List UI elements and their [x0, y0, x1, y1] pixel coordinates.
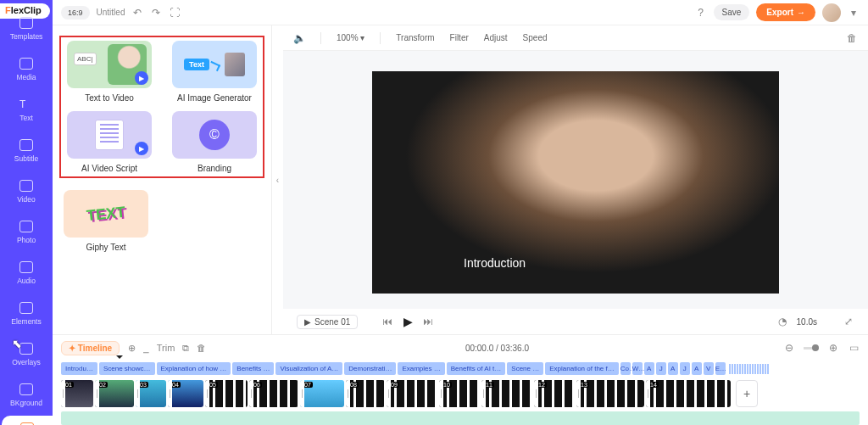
caption-clip[interactable]: Examples … — [398, 362, 444, 375]
caption-clip[interactable]: Introdu… — [61, 362, 97, 375]
timeline: ✦ Timeline ⊕ ⎯ Trim ⧉ 🗑 00:00.0 / 03:36.… — [53, 334, 868, 425]
arrow-right-icon: → — [797, 8, 805, 17]
avatar[interactable] — [822, 3, 841, 22]
panel-collapse-handle[interactable]: ‹ — [271, 25, 283, 334]
caption-clip[interactable]: Scene … — [507, 362, 543, 375]
zoom-out-icon[interactable]: ⊖ — [783, 342, 795, 354]
nav-audio[interactable]: Audio — [0, 253, 53, 294]
tool-label: AI Video Script — [81, 164, 137, 173]
redo-icon[interactable]: ↷ — [150, 7, 162, 19]
tool-label: Giphy Text — [86, 243, 125, 252]
add-track-icon[interactable]: ⊕ — [128, 343, 136, 353]
tab-filter[interactable]: Filter — [450, 33, 469, 42]
video-clip[interactable]: 06 — [249, 380, 298, 407]
caption-clip[interactable]: Explanation of the f… — [545, 362, 619, 375]
nav-tools[interactable]: Tools — [2, 416, 53, 425]
caption-clip[interactable]: Explanation of how … — [157, 362, 231, 375]
zoom-in-icon[interactable]: ⊕ — [827, 342, 839, 354]
caption-clip[interactable]: Demonstrati… — [344, 362, 396, 375]
caption-clip[interactable]: J — [680, 362, 690, 375]
add-scene-button[interactable]: + — [736, 380, 758, 407]
tool-ai-video-script[interactable]: ▶ AI Video Script — [64, 111, 154, 173]
video-clip[interactable]: 04 — [168, 380, 203, 407]
video-icon — [19, 180, 33, 192]
caption-clip[interactable]: J — [656, 362, 666, 375]
scene-duration: 10.0s — [797, 317, 817, 327]
video-clip[interactable]: 10 — [439, 380, 480, 407]
copy-icon[interactable]: ⧉ — [182, 343, 189, 353]
video-clip[interactable]: 01 — [61, 380, 93, 407]
trim-label[interactable]: Trim — [157, 343, 175, 353]
tools-panel: ABC| ▶ Text to Video Text AI Image Gener… — [53, 25, 271, 334]
split-icon[interactable]: ⎯ — [143, 343, 149, 353]
video-clip[interactable]: 09 — [387, 380, 437, 407]
ai-image-thumb: Text — [172, 41, 257, 88]
giphy-thumb: TEXT — [64, 190, 148, 238]
caption-clip[interactable]: A — [668, 362, 678, 375]
scene-select[interactable]: ▶ Scene 01 — [297, 315, 358, 329]
export-button[interactable]: Export→ — [756, 3, 815, 21]
caption-clip[interactable]: Visualization of A… — [275, 362, 342, 375]
zoom-select[interactable]: 100% ▾ — [337, 33, 364, 42]
photo-icon — [19, 221, 33, 232]
tool-label: Branding — [198, 164, 231, 173]
background-icon — [19, 383, 33, 395]
nav-elements[interactable]: Elements — [0, 294, 53, 334]
chevron-down-icon[interactable]: ▾ — [848, 7, 860, 19]
video-clip[interactable]: 02 — [95, 380, 134, 407]
caption-clip[interactable]: V — [704, 362, 714, 375]
tab-adjust[interactable]: Adjust — [484, 33, 508, 42]
help-icon[interactable]: ? — [695, 7, 707, 19]
caption-clip[interactable]: Scene showc… — [99, 362, 155, 375]
caption-overflow — [729, 364, 769, 374]
video-clip[interactable]: 03 — [136, 380, 166, 407]
caption-clip[interactable]: W… — [632, 362, 643, 375]
tab-transform[interactable]: Transform — [396, 33, 434, 42]
project-title[interactable]: Untitled — [97, 8, 125, 17]
caption-clip[interactable]: Co… — [620, 362, 631, 375]
nav-subtitle[interactable]: Subtitle — [0, 131, 53, 171]
video-preview[interactable]: Introduction — [372, 71, 779, 294]
undo-icon[interactable]: ↶ — [131, 7, 143, 19]
fit-icon[interactable]: ▭ — [848, 342, 860, 354]
save-button[interactable]: Save — [714, 4, 750, 20]
nav-media[interactable]: Media — [0, 49, 53, 90]
timeline-time: 00:00.0 / 03:36.0 — [465, 344, 529, 353]
tool-giphy-text[interactable]: TEXT Giphy Text — [59, 190, 153, 252]
nav-text[interactable]: TText — [0, 90, 53, 131]
video-clip[interactable]: 11 — [481, 380, 532, 407]
tool-ai-image-generator[interactable]: Text AI Image Generator — [170, 41, 259, 103]
text-to-video-thumb: ABC| ▶ — [67, 41, 152, 88]
trash-icon[interactable]: 🗑 — [197, 343, 206, 353]
caption-clip[interactable]: Benefits of AI t… — [447, 362, 506, 375]
nav-video[interactable]: Video — [0, 171, 53, 212]
tool-branding[interactable]: © Branding — [170, 111, 259, 173]
caption-clip[interactable]: Benefits … — [232, 362, 274, 375]
tool-text-to-video[interactable]: ABC| ▶ Text to Video — [64, 41, 154, 103]
prev-icon[interactable]: ⏮ — [381, 316, 393, 327]
video-clip[interactable]: 14 — [646, 380, 731, 407]
fullscreen-icon[interactable]: ⛶ — [169, 7, 181, 19]
delete-icon[interactable]: 🗑 — [846, 32, 858, 44]
play-icon[interactable]: ▶ — [402, 316, 414, 327]
next-icon[interactable]: ⏭ — [422, 316, 434, 327]
timeline-tab[interactable]: ✦ Timeline — [61, 341, 120, 355]
volume-icon[interactable]: 🔈 — [293, 32, 305, 44]
video-clip[interactable]: 12 — [534, 380, 575, 407]
preview-caption: Introduction — [372, 246, 526, 294]
overlays-icon — [19, 343, 33, 355]
caption-clip[interactable]: E… — [715, 362, 726, 375]
video-clip[interactable]: 08 — [346, 380, 385, 407]
caption-clip[interactable]: A — [644, 362, 654, 375]
video-clip[interactable]: 05 — [205, 380, 248, 407]
nav-photo[interactable]: Photo — [0, 212, 53, 253]
caption-clip[interactable]: A — [692, 362, 702, 375]
video-clip[interactable]: 07 — [300, 380, 344, 407]
video-clip[interactable]: 13 — [576, 380, 644, 407]
aspect-ratio[interactable]: 16:9 — [61, 6, 90, 20]
expand-icon[interactable]: ⤢ — [843, 316, 854, 327]
tab-speed[interactable]: Speed — [523, 33, 548, 42]
nav-overlays[interactable]: Overlays — [0, 334, 53, 375]
nav-background[interactable]: BKground — [0, 375, 53, 416]
audio-track[interactable] — [61, 411, 860, 425]
